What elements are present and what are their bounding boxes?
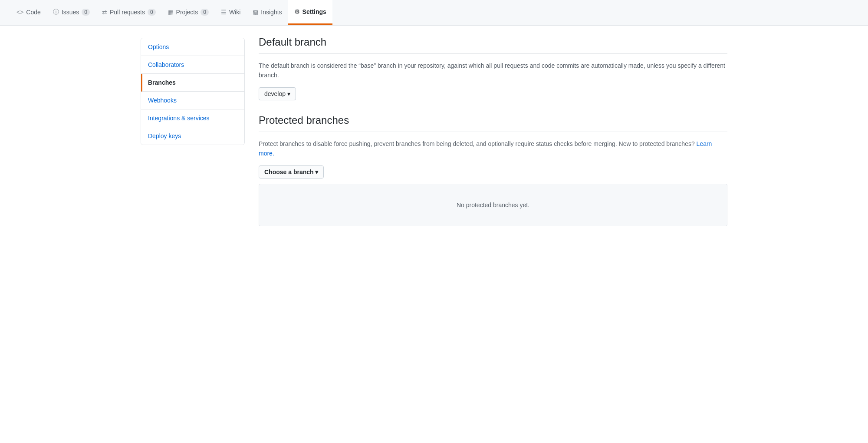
settings-icon: ⚙ xyxy=(294,8,300,15)
tab-issues-label: Issues xyxy=(62,9,79,16)
sidebar-item-webhooks[interactable]: Webhooks xyxy=(141,92,244,109)
tab-issues[interactable]: ⓘ Issues 0 xyxy=(47,0,96,25)
tab-pull-requests-label: Pull requests xyxy=(110,9,145,16)
issues-icon: ⓘ xyxy=(53,8,59,16)
tab-pull-requests[interactable]: ⇄ Pull requests 0 xyxy=(96,0,162,25)
tab-settings-label: Settings xyxy=(302,8,326,15)
sidebar-item-collaborators[interactable]: Collaborators xyxy=(141,56,244,74)
pull-requests-badge: 0 xyxy=(148,9,156,16)
tab-code[interactable]: <> Code xyxy=(10,0,47,25)
projects-badge: 0 xyxy=(201,9,209,16)
tab-settings[interactable]: ⚙ Settings xyxy=(288,0,332,25)
tab-insights[interactable]: ▩ Insights xyxy=(247,0,288,25)
issues-badge: 0 xyxy=(82,9,90,16)
default-branch-dropdown[interactable]: develop ▾ xyxy=(259,87,296,100)
main-content: Default branch The default branch is con… xyxy=(245,36,727,240)
main-layout: Options Collaborators Branches Webhooks … xyxy=(130,26,738,240)
default-branch-value: develop ▾ xyxy=(264,90,290,97)
default-branch-title: Default branch xyxy=(259,36,727,54)
sidebar-item-options[interactable]: Options xyxy=(141,38,244,56)
tab-insights-label: Insights xyxy=(261,9,282,16)
sidebar: Options Collaborators Branches Webhooks … xyxy=(141,38,245,145)
tab-projects[interactable]: ▦ Projects 0 xyxy=(162,0,215,25)
choose-branch-label: Choose a branch ▾ xyxy=(264,169,318,175)
top-nav: <> Code ⓘ Issues 0 ⇄ Pull requests 0 ▦ P… xyxy=(0,0,868,25)
default-branch-section: Default branch The default branch is con… xyxy=(259,36,727,100)
protected-branches-title: Protected branches xyxy=(259,114,727,132)
wiki-icon: ☰ xyxy=(221,9,227,16)
sidebar-item-deploy-keys[interactable]: Deploy keys xyxy=(141,127,244,145)
tab-code-label: Code xyxy=(26,9,40,16)
default-branch-description: The default branch is considered the “ba… xyxy=(259,61,727,80)
top-nav-wrapper: <> Code ⓘ Issues 0 ⇄ Pull requests 0 ▦ P… xyxy=(0,0,868,26)
no-protected-branches-message: No protected branches yet. xyxy=(259,184,727,226)
pull-requests-icon: ⇄ xyxy=(102,9,107,16)
protected-branches-section: Protected branches Protect branches to d… xyxy=(259,114,727,226)
code-icon: <> xyxy=(16,9,23,16)
protected-branches-desc-text: Protect branches to disable force pushin… xyxy=(259,140,695,147)
tab-projects-label: Projects xyxy=(176,9,198,16)
projects-icon: ▦ xyxy=(168,9,174,16)
protected-branches-description: Protect branches to disable force pushin… xyxy=(259,139,727,159)
sidebar-item-branches[interactable]: Branches xyxy=(141,74,244,92)
choose-branch-dropdown[interactable]: Choose a branch ▾ xyxy=(259,165,324,179)
tab-wiki-label: Wiki xyxy=(229,9,240,16)
insights-icon: ▩ xyxy=(253,9,258,16)
tab-wiki[interactable]: ☰ Wiki xyxy=(215,0,247,25)
sidebar-item-integrations[interactable]: Integrations & services xyxy=(141,109,244,127)
